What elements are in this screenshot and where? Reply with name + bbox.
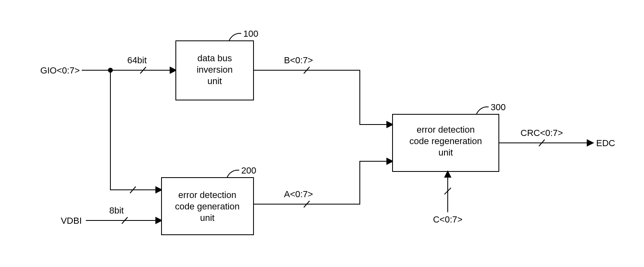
signal-crc: CRC<0:7>: [521, 128, 563, 138]
signal-gio: GIO<0:7>: [40, 65, 80, 76]
signal-b: B<0:7>: [284, 55, 313, 65]
block-dbi-line1: data bus: [197, 53, 232, 63]
signal-vdbi: VDBI: [61, 216, 82, 226]
block-regen-line3: unit: [438, 147, 453, 158]
signal-c: C<0:7>: [433, 214, 462, 225]
block-gen-line1: error detection: [178, 190, 236, 200]
block-dbi-line2: inversion: [197, 65, 233, 75]
signal-edc: EDC: [596, 138, 615, 148]
block-gen-line3: unit: [200, 213, 214, 223]
block-dbi-line3: unit: [207, 76, 222, 86]
ref-200: 200: [241, 165, 256, 176]
block-regen-line1: error detection: [417, 125, 475, 135]
ref-300: 300: [491, 102, 506, 112]
block-regen-line2: code regeneration: [409, 136, 482, 146]
block-gen-line2: code generation: [175, 201, 240, 211]
signal-a: A<0:7>: [284, 189, 313, 199]
label-64bit: 64bit: [127, 55, 147, 65]
ref-100: 100: [243, 29, 258, 39]
label-8bit: 8bit: [109, 205, 123, 216]
